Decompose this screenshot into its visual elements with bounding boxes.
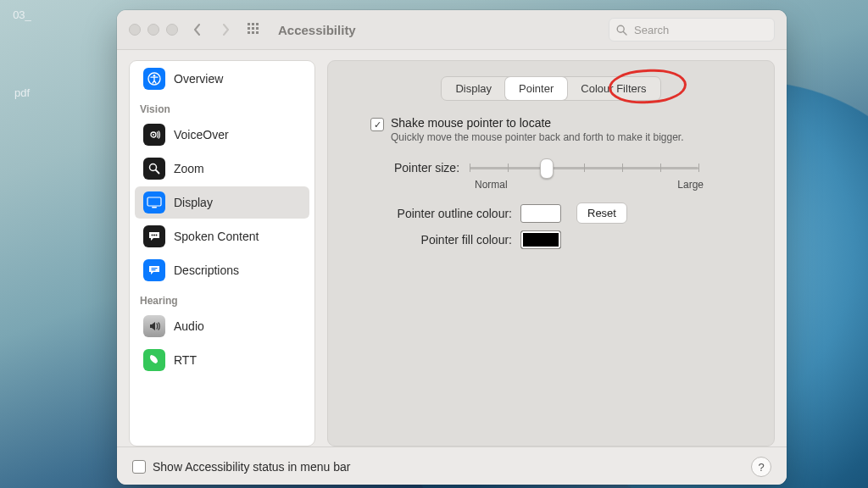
tab-display[interactable]: Display: [442, 77, 505, 100]
desktop-file-label[interactable]: pdf: [0, 85, 44, 99]
svg-point-3: [153, 75, 156, 77]
sidebar-item-zoom[interactable]: Zoom: [135, 152, 309, 185]
phone-icon: [143, 349, 165, 371]
menubar-status-checkbox[interactable]: [132, 460, 146, 474]
speaker-icon: [143, 315, 165, 337]
display-icon: [143, 191, 165, 214]
desktop-file-label[interactable]: 03_: [0, 7, 44, 21]
chevron-left-icon: [193, 24, 201, 36]
svg-line-7: [156, 170, 159, 174]
desktop-background: 03_ pdf Accessibility: [0, 0, 868, 488]
reset-button[interactable]: Reset: [576, 202, 627, 224]
speech-bubble-icon: [143, 225, 165, 247]
accessibility-icon: [143, 68, 165, 90]
sidebar-item-label: Zoom: [174, 162, 204, 175]
sidebar-item-audio[interactable]: Audio: [135, 310, 309, 342]
sidebar-item-descriptions[interactable]: Descriptions: [135, 254, 309, 286]
slider-max-label: Large: [677, 179, 704, 191]
sidebar-item-label: Audio: [174, 319, 204, 333]
sidebar-item-label: Descriptions: [174, 263, 239, 277]
svg-point-11: [153, 235, 155, 236]
fill-colour-well[interactable]: [520, 230, 561, 249]
window-title: Accessibility: [278, 23, 356, 37]
tab-pointer[interactable]: Pointer: [505, 77, 567, 100]
descriptions-icon: [143, 259, 165, 281]
svg-point-12: [156, 235, 158, 236]
search-icon: [616, 25, 627, 36]
outline-colour-label: Pointer outline colour:: [347, 207, 512, 220]
window-controls: [129, 24, 178, 36]
sidebar-item-label: Spoken Content: [174, 230, 259, 243]
sidebar-item-label: Overview: [174, 72, 223, 86]
tab-colour-filters[interactable]: Colour Filters: [567, 77, 659, 100]
back-button[interactable]: [186, 19, 207, 40]
sidebar-category: Hearing: [130, 288, 314, 308]
sidebar-item-voiceover[interactable]: VoiceOver: [135, 119, 309, 151]
search-field[interactable]: [609, 18, 775, 42]
pointer-size-slider[interactable]: [470, 160, 698, 175]
option-label: Shake mouse pointer to locate: [391, 116, 684, 130]
close-button[interactable]: [129, 24, 141, 36]
show-all-button[interactable]: [244, 19, 264, 40]
tab-group: Display Pointer Colour Filters: [441, 76, 660, 101]
slider-thumb[interactable]: [540, 158, 554, 179]
settings-panel: Display Pointer Colour Filters Shake mou…: [327, 60, 775, 446]
menubar-status-label: Show Accessibility status in menu bar: [153, 460, 350, 474]
zoom-icon: [143, 158, 165, 180]
chevron-right-icon: [222, 24, 230, 36]
preferences-window: Accessibility Overview Vision: [117, 10, 787, 485]
sidebar-item-rtt[interactable]: RTT: [135, 344, 309, 376]
window-footer: Show Accessibility status in menu bar ?: [117, 446, 787, 485]
sidebar-item-overview[interactable]: Overview: [135, 63, 309, 95]
forward-button[interactable]: [215, 19, 236, 40]
sidebar-item-display[interactable]: Display: [135, 186, 309, 219]
svg-rect-9: [152, 207, 157, 208]
sidebar-item-label: VoiceOver: [174, 128, 229, 141]
fill-colour-label: Pointer fill colour:: [347, 233, 512, 247]
sidebar-category: Vision: [130, 97, 314, 117]
minimize-button[interactable]: [147, 24, 159, 36]
svg-point-10: [152, 235, 153, 236]
window-titlebar: Accessibility: [117, 10, 787, 50]
svg-rect-13: [152, 268, 158, 269]
svg-point-5: [153, 134, 154, 136]
sidebar-item-label: RTT: [174, 353, 197, 367]
pointer-size-label: Pointer size:: [394, 161, 459, 175]
option-description: Quickly move the mouse pointer back and …: [391, 131, 684, 143]
grid-icon: [248, 23, 261, 36]
outline-colour-well[interactable]: [520, 204, 561, 223]
slider-min-label: Normal: [475, 179, 508, 191]
sidebar-item-label: Display: [174, 196, 213, 209]
search-input[interactable]: [632, 23, 767, 37]
voiceover-icon: [143, 124, 165, 146]
svg-rect-14: [152, 269, 156, 270]
zoom-button[interactable]: [166, 24, 178, 36]
sidebar: Overview Vision VoiceOver Zoom: [129, 60, 315, 446]
sidebar-item-spoken-content[interactable]: Spoken Content: [135, 220, 309, 252]
help-button[interactable]: ?: [751, 457, 771, 477]
svg-line-1: [623, 31, 626, 35]
shake-to-locate-checkbox[interactable]: [370, 118, 384, 131]
svg-rect-8: [147, 197, 161, 206]
